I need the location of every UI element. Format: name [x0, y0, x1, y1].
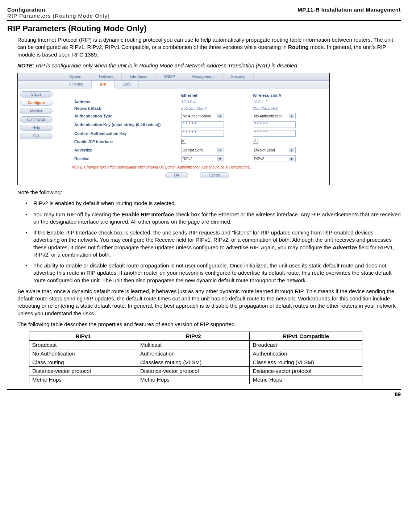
page-number: 89	[7, 389, 401, 397]
advertize-eth-value: Do Not Send	[183, 148, 203, 152]
receive-wl-select[interactable]: RIPv2▾	[253, 155, 296, 162]
intro-bold-routing: Routing	[288, 44, 309, 50]
list-item: RIPv2 is enabled by default when routing…	[32, 200, 401, 207]
authtype-eth-value: No Authentication	[183, 114, 211, 118]
chevron-down-icon: ▾	[217, 148, 222, 152]
side-nav: Status Configure Monitor Commands Help E…	[18, 88, 54, 185]
table-cell: Classless routing (VLSM)	[250, 358, 362, 367]
table-row: Metric-Hops Metric-Hops Metric-Hops	[29, 375, 362, 384]
address-wl: 10.0.1.1	[251, 99, 322, 105]
row-label-receive: Receive	[72, 154, 179, 163]
enable-wl-checkbox[interactable]	[253, 139, 258, 144]
embedded-screenshot: System Network Interfaces SNMP Managemen…	[17, 73, 330, 185]
side-exit[interactable]: Exit	[20, 133, 53, 139]
cancel-button[interactable]: Cancel	[200, 172, 229, 178]
section-heading: RIP Parameters (Routing Mode Only)	[7, 24, 401, 33]
page-header: Configuration RIP Parameters (Routing Mo…	[7, 7, 401, 21]
rip-version-table: RIPv1 RIPv2 RIPv1 Compatible Broadcast M…	[29, 332, 362, 384]
b3-bold: Advertize	[333, 244, 357, 250]
table-row: No Authentication Authentication Authent…	[29, 349, 362, 358]
authtype-wl-value: No Authentication	[254, 114, 283, 118]
header-right-title: MP.11-R Installation and Management	[297, 7, 401, 19]
tab-snmp[interactable]: SNMP	[155, 73, 183, 80]
ok-button[interactable]: OK	[165, 172, 188, 178]
tab-rip[interactable]: RIP	[92, 81, 115, 88]
table-cell: Metric-Hops	[250, 375, 362, 384]
note-label: NOTE:	[17, 62, 34, 68]
enable-eth-checkbox[interactable]	[181, 139, 186, 144]
tab-management[interactable]: Management	[183, 73, 223, 80]
table-cell: Broadcast	[250, 341, 362, 349]
authkey-eth-input[interactable]: *****	[181, 121, 224, 128]
mask-eth: 255.255.255.0	[179, 105, 250, 112]
table-cell: Class routing	[29, 358, 137, 367]
table-header: RIPv2	[137, 332, 250, 341]
list-item: The ability to enable or disable default…	[32, 262, 401, 284]
authtype-wl-select[interactable]: No Authentication▾	[253, 113, 296, 119]
row-label-address: Address	[72, 99, 179, 105]
table-header: RIPv1 Compatible	[250, 332, 362, 341]
side-help[interactable]: Help	[20, 125, 53, 131]
table-cell: Authentication	[250, 349, 362, 358]
side-configure[interactable]: Configure	[20, 100, 53, 106]
row-label-authkey: Authentication Key (octet string (0-16 o…	[72, 120, 179, 129]
tab-security[interactable]: Security	[223, 73, 254, 80]
sub-tab-bar: Filtering RIP QoS	[18, 81, 329, 88]
row-label-authtype: Authentication Type	[72, 112, 179, 120]
top-tab-bar: System Network Interfaces SNMP Managemen…	[18, 73, 329, 81]
note-following: Note the following:	[17, 189, 401, 196]
chevron-down-icon: ▾	[217, 157, 222, 161]
bullet-list: RIPv2 is enabled by default when routing…	[25, 200, 401, 284]
address-eth: 10.0.0.4	[179, 99, 250, 105]
table-cell: Metric-Hops	[29, 375, 137, 384]
list-item: You may turn RIP off by clearing the Ena…	[32, 211, 401, 226]
table-intro: The following table describes the proper…	[17, 321, 401, 328]
advertize-eth-select[interactable]: Do Not Send▾	[181, 147, 224, 153]
table-cell: Broadcast	[29, 341, 137, 349]
tab-filtering[interactable]: Filtering	[61, 81, 92, 88]
screenshot-note: NOTE: Changes take effect immediately af…	[72, 163, 322, 171]
table-cell: Distance-vector protocol	[29, 367, 137, 375]
table-header: RIPv1	[29, 332, 137, 341]
row-label-enable: Enable RIP Interface	[72, 138, 179, 146]
mask-wl: 255.255.255.0	[251, 105, 322, 112]
side-commands[interactable]: Commands	[20, 116, 53, 122]
receive-eth-value: RIPv2	[183, 157, 192, 161]
col-wireless: Wireless-slot A	[251, 92, 322, 99]
tab-system[interactable]: System	[61, 73, 91, 80]
tab-qos[interactable]: QoS	[115, 81, 139, 88]
advertize-wl-value: Do Not Send	[254, 148, 275, 152]
tab-network[interactable]: Network	[91, 73, 122, 80]
row-label-confirm: Confirm Authentication Key	[72, 129, 179, 138]
row-label-mask: Network Mask	[72, 105, 179, 112]
table-cell: Classless routing (VLSM)	[137, 358, 250, 367]
b2-bold: Enable RIP Interface	[121, 211, 174, 217]
intro-paragraph: Routing Internet Protocol (RIP) is a dyn…	[17, 36, 401, 58]
table-cell: Multicast	[137, 341, 250, 349]
receive-wl-value: RIPv2	[254, 157, 264, 161]
config-panel: Ethernet Wireless-slot A Address 10.0.0.…	[54, 88, 329, 185]
b2-text-a: You may turn RIP off by clearing the	[33, 211, 121, 217]
advertize-wl-select[interactable]: Do Not Send▾	[253, 147, 296, 153]
confirm-eth-input[interactable]: *****	[181, 130, 224, 137]
authkey-wl-input[interactable]: *****	[253, 121, 296, 128]
authtype-eth-select[interactable]: No Authentication▾	[181, 113, 224, 119]
table-cell: No Authentication	[29, 349, 137, 358]
table-row: Broadcast Multicast Broadcast	[29, 341, 362, 349]
aware-paragraph: Be aware that, once a dynamic default ro…	[17, 288, 401, 317]
table-cell: Authentication	[137, 349, 250, 358]
header-left-title: Configuration	[7, 7, 110, 13]
receive-eth-select[interactable]: RIPv2▾	[181, 155, 224, 162]
tab-interfaces[interactable]: Interfaces	[122, 73, 155, 80]
confirm-wl-input[interactable]: *****	[253, 130, 296, 137]
side-monitor[interactable]: Monitor	[20, 108, 53, 114]
row-label-advertize: Advertize	[72, 146, 179, 154]
col-ethernet: Ethernet	[179, 92, 250, 99]
chevron-down-icon: ▾	[289, 157, 294, 161]
chevron-down-icon: ▾	[217, 114, 222, 118]
note-text: RIP is configurable only when the unit i…	[34, 62, 299, 68]
table-row: Distance-vector protocol Distance-vector…	[29, 367, 362, 375]
table-cell: Distance-vector protocol	[250, 367, 362, 375]
list-item: If the Enable RIP Interface check box is…	[32, 229, 401, 258]
side-status[interactable]: Status	[20, 91, 53, 97]
